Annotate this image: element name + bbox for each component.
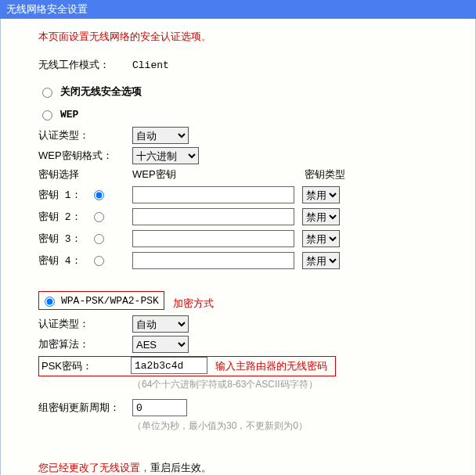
wep-key4-type-select[interactable]: 禁用 bbox=[302, 252, 340, 269]
psk-annotation: 输入主路由器的无线密码 bbox=[207, 357, 335, 376]
wep-key4-radio[interactable] bbox=[94, 256, 104, 266]
wpa-algo-label: 加密算法： bbox=[38, 337, 132, 351]
psk-hint: （64个十六进制字符或8-63个ASCII码字符） bbox=[132, 378, 475, 391]
wep-key2-input[interactable] bbox=[132, 208, 294, 225]
radio-wep[interactable] bbox=[42, 110, 52, 121]
radio-security-off-label: 关闭无线安全选项 bbox=[60, 85, 142, 99]
wpa-highlight-box: WPA-PSK/WPA2-PSK bbox=[38, 291, 164, 310]
radio-security-off[interactable] bbox=[42, 88, 52, 98]
wep-auth-select[interactable]: 自动 bbox=[132, 127, 189, 144]
wep-key4-input[interactable] bbox=[132, 252, 294, 269]
wep-key4-label: 密钥 4： bbox=[38, 254, 90, 268]
psk-input[interactable] bbox=[131, 357, 207, 374]
rekey-input[interactable] bbox=[132, 399, 187, 416]
panel-title: 无线网络安全设置 bbox=[0, 0, 476, 19]
psk-highlight-box: PSK密码： 输入主路由器的无线密码 bbox=[38, 356, 336, 376]
wpa-auth-select[interactable]: 自动 bbox=[132, 315, 189, 333]
wep-header-key: WEP密钥 bbox=[132, 167, 305, 182]
warning-text: 您已经更改了无线设置，重启后生效。 bbox=[38, 461, 475, 475]
wep-key2-type-select[interactable]: 禁用 bbox=[302, 208, 340, 225]
mode-value: Client bbox=[132, 59, 169, 71]
wep-key1-radio[interactable] bbox=[94, 190, 104, 200]
wep-header-select: 密钥选择 bbox=[38, 167, 132, 182]
wep-key2-radio[interactable] bbox=[94, 212, 104, 222]
rekey-label: 组密钥更新周期： bbox=[38, 401, 132, 415]
wep-key3-label: 密钥 3： bbox=[38, 232, 90, 246]
psk-label: PSK密码： bbox=[39, 357, 131, 376]
rekey-hint: （单位为秒，最小值为30，不更新则为0） bbox=[132, 419, 475, 433]
wep-auth-label: 认证类型： bbox=[38, 128, 132, 142]
mode-label: 无线工作模式： bbox=[38, 58, 132, 72]
wep-key2-label: 密钥 2： bbox=[38, 210, 90, 224]
content-panel: 本页面设置无线网络的安全认证选项。 无线工作模式： Client 关闭无线安全选… bbox=[0, 19, 476, 475]
wep-key3-type-select[interactable]: 禁用 bbox=[302, 230, 340, 247]
wep-key1-type-select[interactable]: 禁用 bbox=[302, 186, 340, 203]
radio-wpa-label: WPA-PSK/WPA2-PSK bbox=[61, 295, 159, 307]
wep-key3-input[interactable] bbox=[132, 230, 294, 247]
description-text: 本页面设置无线网络的安全认证选项。 bbox=[38, 30, 475, 44]
wpa-method-annotation: 加密方式 bbox=[173, 297, 214, 309]
wep-format-select[interactable]: 十六进制 bbox=[132, 147, 199, 164]
wpa-auth-label: 认证类型： bbox=[38, 317, 132, 331]
wep-key1-input[interactable] bbox=[132, 186, 294, 203]
wpa-algo-select[interactable]: AES bbox=[132, 336, 189, 353]
wep-header-type: 密钥类型 bbox=[305, 167, 367, 182]
radio-wpa[interactable] bbox=[45, 297, 55, 307]
wep-format-label: WEP密钥格式： bbox=[38, 149, 132, 163]
wep-key3-radio[interactable] bbox=[94, 234, 104, 244]
wep-key1-label: 密钥 1： bbox=[38, 188, 90, 202]
radio-wep-label: WEP bbox=[60, 109, 78, 121]
